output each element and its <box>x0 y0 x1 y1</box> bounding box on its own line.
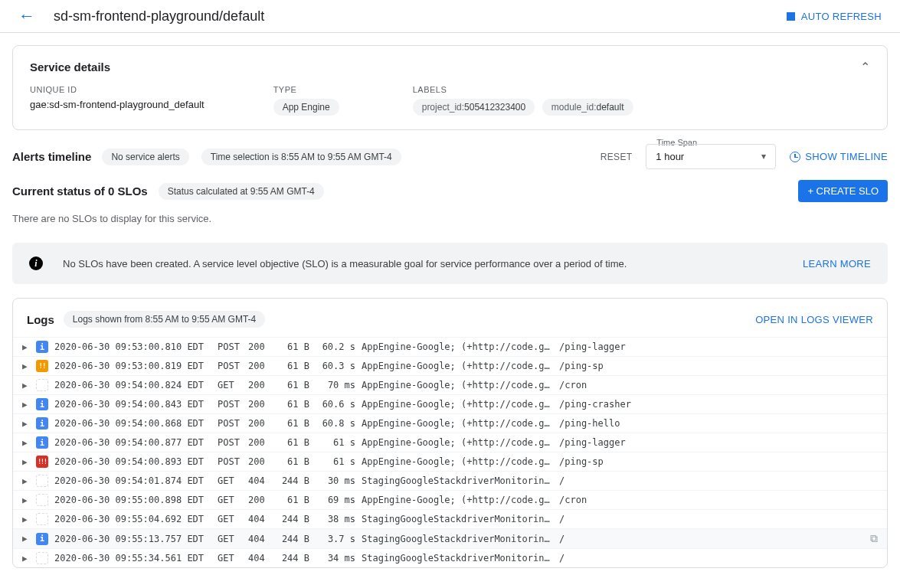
alerts-title: Alerts timeline <box>12 150 91 163</box>
log-row[interactable]: ▶2020-06-30 09:54:00.868 EDTPOST20061 B6… <box>13 413 887 433</box>
log-method: POST <box>218 456 242 467</box>
log-timestamp: 2020-06-30 09:55:34.561 EDT <box>54 553 211 564</box>
log-row[interactable]: ▶2020-06-30 09:54:00.893 EDTPOST20061 B6… <box>13 452 887 471</box>
severity-info-icon <box>36 533 48 545</box>
expand-icon[interactable]: ▶ <box>22 457 30 467</box>
logs-range-chip: Logs shown from 8:55 AM to 9:55 AM GMT-4 <box>64 311 265 328</box>
log-duration: 30 ms <box>316 475 355 486</box>
auto-refresh-button[interactable]: AUTO REFRESH <box>787 11 882 22</box>
log-status: 200 <box>248 456 270 467</box>
log-row[interactable]: ▶2020-06-30 09:54:00.843 EDTPOST20061 B6… <box>13 394 887 413</box>
log-agent: StagingGoogleStackdriverMonitoring-Up… <box>362 514 553 524</box>
log-status: 404 <box>248 475 270 486</box>
type-label: TYPE <box>273 85 344 94</box>
unique-id-value: gae:sd-sm-frontend-playground_default <box>30 99 205 110</box>
log-timestamp: 2020-06-30 09:54:00.868 EDT <box>54 418 211 429</box>
log-method: GET <box>218 553 242 564</box>
log-agent: StagingGoogleStackdriverMonitoring-Up… <box>362 534 553 544</box>
log-path: /ping-crasher <box>559 399 878 410</box>
severity-err-icon <box>36 456 48 468</box>
log-row[interactable]: ▶2020-06-30 09:55:13.757 EDTGET404244 B3… <box>13 528 887 548</box>
log-method: POST <box>218 361 242 371</box>
log-duration: 60.3 s <box>316 361 355 371</box>
timespan-select[interactable]: 1 hour <box>646 144 776 169</box>
collapse-chevron-icon[interactable]: ⌃ <box>860 60 870 74</box>
severity-none-icon <box>36 552 48 564</box>
slo-banner-text: No SLOs have been created. A service lev… <box>63 258 783 270</box>
log-agent: AppEngine-Google; (+http://code.googl… <box>362 361 553 371</box>
expand-icon[interactable]: ▶ <box>22 534 30 544</box>
log-agent: AppEngine-Google; (+http://code.googl… <box>362 341 553 352</box>
log-row[interactable]: ▶2020-06-30 09:53:00.819 EDTPOST20061 B6… <box>13 356 887 375</box>
logs-card: Logs Logs shown from 8:55 AM to 9:55 AM … <box>12 298 888 568</box>
no-alerts-chip: No service alerts <box>102 149 188 165</box>
unique-id-label: UNIQUE ID <box>30 85 205 94</box>
log-size: 61 B <box>276 380 309 390</box>
log-agent: StagingGoogleStackdriverMonitoring-Up… <box>362 475 553 486</box>
log-timestamp: 2020-06-30 09:53:00.819 EDT <box>54 361 211 371</box>
log-timestamp: 2020-06-30 09:55:00.898 EDT <box>54 495 211 505</box>
expand-icon[interactable]: ▶ <box>22 419 30 429</box>
log-method: GET <box>218 534 242 544</box>
log-agent: AppEngine-Google; (+http://code.googl… <box>362 495 553 505</box>
log-path: /ping-lagger <box>559 341 878 352</box>
open-logs-viewer-link[interactable]: OPEN IN LOGS VIEWER <box>755 314 873 325</box>
expand-icon[interactable]: ▶ <box>22 438 30 448</box>
expand-icon[interactable]: ▶ <box>22 361 30 371</box>
log-row[interactable]: ▶2020-06-30 09:54:00.824 EDTGET20061 B70… <box>13 375 887 394</box>
log-agent: AppEngine-Google; (+http://code.googl… <box>362 437 553 448</box>
back-arrow-icon[interactable]: ← <box>18 6 35 26</box>
log-duration: 61 s <box>316 456 355 467</box>
severity-info-icon <box>36 398 48 410</box>
log-size: 244 B <box>276 534 309 544</box>
log-row[interactable]: ▶2020-06-30 09:53:00.810 EDTPOST20061 B6… <box>13 337 887 356</box>
log-status: 200 <box>248 418 270 429</box>
log-row[interactable]: ▶2020-06-30 09:54:00.877 EDTPOST20061 B6… <box>13 433 887 452</box>
log-duration: 60.2 s <box>316 341 355 352</box>
expand-icon[interactable]: ▶ <box>22 514 30 524</box>
log-row[interactable]: ▶2020-06-30 09:55:04.692 EDTGET404244 B3… <box>13 509 887 528</box>
alerts-section-header: Alerts timeline No service alerts Time s… <box>12 144 888 169</box>
expand-icon[interactable]: ▶ <box>22 476 30 486</box>
slo-info-banner: i No SLOs have been created. A service l… <box>12 243 888 284</box>
info-icon: i <box>29 256 43 270</box>
show-timeline-button[interactable]: SHOW TIMELINE <box>790 151 888 162</box>
log-method: GET <box>218 475 242 486</box>
log-size: 61 B <box>276 361 309 371</box>
expand-icon[interactable]: ▶ <box>22 495 30 505</box>
open-external-icon[interactable]: ⧉ <box>870 532 878 545</box>
log-row[interactable]: ▶2020-06-30 09:54:01.874 EDTGET404244 B3… <box>13 471 887 490</box>
service-details-title: Service details <box>30 60 110 74</box>
severity-info-icon <box>36 436 48 449</box>
log-size: 61 B <box>276 341 309 352</box>
log-timestamp: 2020-06-30 09:53:00.810 EDT <box>54 341 211 352</box>
log-table: ▶2020-06-30 09:53:00.810 EDTPOST20061 B6… <box>13 337 887 567</box>
severity-none-icon <box>36 513 48 525</box>
log-agent: AppEngine-Google; (+http://code.googl… <box>362 399 553 410</box>
log-status: 404 <box>248 553 270 564</box>
log-row[interactable]: ▶2020-06-30 09:55:34.561 EDTGET404244 B3… <box>13 548 887 567</box>
log-size: 244 B <box>276 514 309 524</box>
log-size: 61 B <box>276 437 309 448</box>
log-method: POST <box>218 437 242 448</box>
expand-icon[interactable]: ▶ <box>22 342 30 352</box>
reset-button[interactable]: RESET <box>601 152 633 162</box>
severity-info-icon <box>36 417 48 430</box>
expand-icon[interactable]: ▶ <box>22 381 30 390</box>
create-slo-button[interactable]: + CREATE SLO <box>798 180 888 202</box>
log-method: POST <box>218 418 242 429</box>
log-size: 61 B <box>276 456 309 467</box>
log-path: / <box>559 553 878 564</box>
log-row[interactable]: ▶2020-06-30 09:55:00.898 EDTGET20061 B69… <box>13 490 887 509</box>
log-duration: 70 ms <box>316 380 355 390</box>
log-agent: AppEngine-Google; (+http://code.googl… <box>362 456 553 467</box>
time-selection-chip: Time selection is 8:55 AM to 9:55 AM GMT… <box>201 149 401 165</box>
logs-title: Logs <box>27 313 54 326</box>
learn-more-link[interactable]: LEARN MORE <box>803 258 871 270</box>
log-path: / <box>559 475 878 486</box>
log-method: POST <box>218 399 242 410</box>
log-duration: 61 s <box>316 437 355 448</box>
expand-icon[interactable]: ▶ <box>22 400 30 410</box>
expand-icon[interactable]: ▶ <box>22 554 30 564</box>
log-path: /ping-hello <box>559 418 878 429</box>
